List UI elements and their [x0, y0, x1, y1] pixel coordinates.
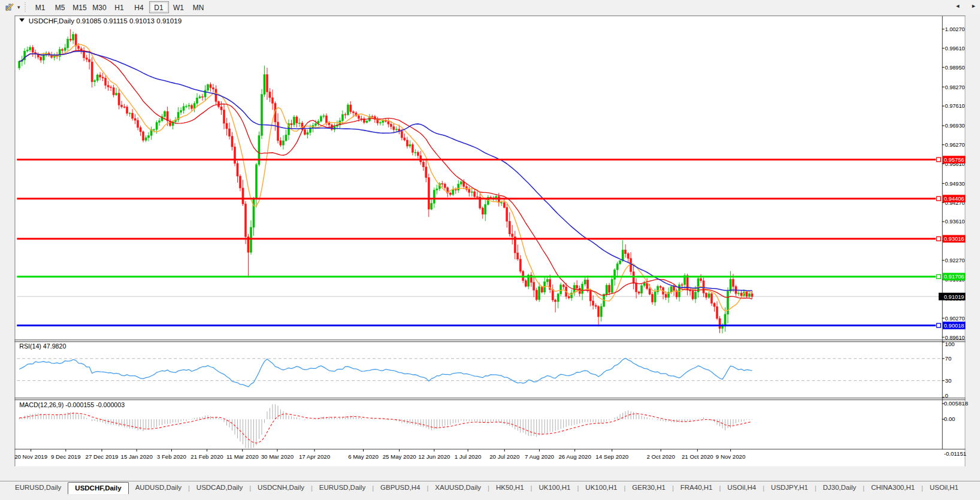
svg-text:30: 30 — [945, 377, 952, 384]
chart-tab-usdchf-daily[interactable]: USDCHF,Daily — [68, 482, 128, 494]
tab-scroll-arrows: ◄ ► — [955, 2, 976, 10]
mt4-terminal: ▾ M1M5M15M30H1H4D1W1MN 1.002700.996100.9… — [0, 0, 980, 500]
svg-text:0.97610: 0.97610 — [945, 102, 966, 109]
svg-text:1 Jul 2020: 1 Jul 2020 — [455, 453, 482, 460]
svg-text:3 Feb 2020: 3 Feb 2020 — [157, 453, 187, 460]
svg-text:7 Aug 2020: 7 Aug 2020 — [525, 453, 555, 460]
chart-edit-icon[interactable] — [2, 1, 17, 13]
chart-tab-usdcad-daily[interactable]: USDCAD,Daily — [190, 482, 249, 494]
chart-tab-usoil-h4[interactable]: USOil,H4 — [721, 482, 763, 494]
tab-scroll-right-icon[interactable]: ► — [971, 2, 976, 10]
svg-text:9 Nov 2020: 9 Nov 2020 — [716, 453, 746, 460]
timeframe-buttons: M1M5M15M30H1H4D1W1MN — [31, 0, 208, 14]
svg-text:70: 70 — [945, 355, 952, 362]
svg-text:1.00270: 1.00270 — [945, 26, 966, 32]
svg-text:9 Dec 2019: 9 Dec 2019 — [51, 453, 81, 460]
chart-window-bg — [14, 16, 965, 466]
svg-text:6 May 2020: 6 May 2020 — [348, 453, 379, 460]
chart-tab-dj30-daily[interactable]: DJ30,Daily — [816, 482, 863, 494]
chart-tab-uk100-h1[interactable]: UK100,H1 — [532, 482, 577, 494]
svg-text:0.96270: 0.96270 — [945, 141, 966, 148]
chart-tab-uk100-h1[interactable]: UK100,H1 — [579, 482, 624, 494]
svg-text:0.93016: 0.93016 — [944, 235, 964, 242]
svg-text:2 Oct 2020: 2 Oct 2020 — [647, 453, 676, 460]
chart-tab-eurusd-daily[interactable]: EURUSD,Daily — [8, 482, 68, 494]
svg-text:0.95756: 0.95756 — [944, 156, 964, 163]
svg-text:15 Jan 2020: 15 Jan 2020 — [120, 453, 153, 460]
timeframe-button-m30[interactable]: M30 — [90, 1, 110, 13]
price-chart[interactable]: 1.002700.996100.989500.982700.976100.969… — [0, 14, 980, 481]
svg-text:0.96930: 0.96930 — [945, 122, 966, 129]
svg-text:100: 100 — [945, 341, 955, 347]
chart-tab-usdjpy-h1[interactable]: USDJPY,H1 — [764, 482, 815, 494]
timeframe-button-h4[interactable]: H4 — [129, 1, 149, 13]
chart-title: USDCHF,Daily 0.91085 0.91115 0.91013 0.9… — [19, 17, 182, 25]
timeframe-button-d1[interactable]: D1 — [149, 1, 169, 13]
chart-tab-usdcnh-daily[interactable]: USDCNH,Daily — [251, 482, 311, 494]
svg-text:20 Jul 2020: 20 Jul 2020 — [489, 453, 520, 460]
svg-text:-0.01151: -0.01151 — [944, 450, 967, 457]
chart-tab-xauusd-daily[interactable]: XAUUSD,Daily — [428, 482, 488, 494]
toolbar-grip[interactable] — [24, 2, 27, 12]
svg-text:0.00: 0.00 — [944, 416, 955, 422]
tab-scroll-left-icon[interactable]: ◄ — [955, 2, 960, 10]
svg-text:0.90270: 0.90270 — [945, 315, 966, 322]
current-price-tag: 0.91019 — [939, 293, 966, 301]
svg-text:0.98950: 0.98950 — [945, 64, 966, 71]
chart-tab-gbpusd-h4[interactable]: GBPUSD,H4 — [374, 482, 427, 494]
svg-text:0.91706: 0.91706 — [944, 273, 964, 280]
macd-label: MACD(12,26,9) -0.000155 -0.000003 — [19, 401, 125, 408]
svg-text:14 Sep 2020: 14 Sep 2020 — [595, 453, 629, 460]
svg-text:0: 0 — [945, 392, 949, 399]
chart-tab-usoil-h1[interactable]: USOil,H1 — [923, 482, 965, 494]
symbol-ohlc-title: USDCHF,Daily 0.91085 0.91115 0.91013 0.9… — [29, 17, 182, 25]
chart-tab-hk50-h1[interactable]: HK50,H1 — [489, 482, 531, 494]
svg-text:21 Feb 2020: 21 Feb 2020 — [190, 453, 223, 460]
chart-tab-ger30-h1[interactable]: GER30,H1 — [625, 482, 672, 494]
svg-text:0.91019: 0.91019 — [944, 293, 964, 300]
timeframe-toolbar: ▾ M1M5M15M30H1H4D1W1MN — [0, 0, 980, 14]
chart-tab-china300-h1[interactable]: CHINA300,H1 — [864, 482, 921, 494]
svg-text:30 Mar 2020: 30 Mar 2020 — [261, 453, 294, 460]
svg-text:0.89610: 0.89610 — [945, 334, 966, 341]
svg-text:20 Nov 2019: 20 Nov 2019 — [14, 453, 47, 460]
svg-text:17 Apr 2020: 17 Apr 2020 — [299, 453, 331, 460]
timeframe-button-h1[interactable]: H1 — [110, 1, 129, 13]
svg-text:0.92270: 0.92270 — [945, 257, 966, 263]
timeframe-button-mn[interactable]: MN — [189, 1, 208, 13]
timeframe-button-w1[interactable]: W1 — [169, 1, 189, 13]
chart-tab-fra40-h1[interactable]: FRA40,H1 — [674, 482, 719, 494]
svg-text:0.98270: 0.98270 — [945, 84, 966, 90]
chart-edit-icon-glyph — [5, 2, 14, 12]
timeframe-button-m5[interactable]: M5 — [50, 1, 70, 13]
svg-text:0.99610: 0.99610 — [945, 45, 966, 51]
timeframe-button-m15[interactable]: M15 — [70, 1, 90, 13]
svg-text:0.005818: 0.005818 — [944, 400, 968, 407]
svg-text:21 Oct 2020: 21 Oct 2020 — [682, 453, 713, 460]
timeframe-button-m1[interactable]: M1 — [31, 1, 50, 13]
svg-text:11 Mar 2020: 11 Mar 2020 — [226, 453, 259, 460]
toolbar-gap — [14, 14, 965, 16]
svg-text:12 Jun 2020: 12 Jun 2020 — [418, 453, 450, 460]
chart-tab-bar: EURUSD,DailyUSDCHF,DailyAUDUSD,Daily|USD… — [0, 481, 980, 494]
svg-text:0.94930: 0.94930 — [945, 180, 966, 187]
svg-text:0.94406: 0.94406 — [944, 195, 964, 202]
rsi-label: RSI(14) 47.9820 — [19, 343, 66, 350]
svg-text:0.93610: 0.93610 — [945, 218, 966, 225]
status-strip — [0, 495, 980, 500]
svg-text:0.90018: 0.90018 — [944, 322, 964, 329]
chart-tab-audusd-daily[interactable]: AUDUSD,Daily — [129, 482, 188, 494]
svg-text:27 Dec 2019: 27 Dec 2019 — [85, 453, 118, 460]
svg-text:25 May 2020: 25 May 2020 — [383, 453, 417, 460]
chart-tab-eurusd-daily[interactable]: EURUSD,Daily — [313, 482, 372, 494]
svg-text:26 Aug 2020: 26 Aug 2020 — [558, 453, 591, 460]
chevron-down-icon[interactable]: ▾ — [17, 4, 20, 10]
